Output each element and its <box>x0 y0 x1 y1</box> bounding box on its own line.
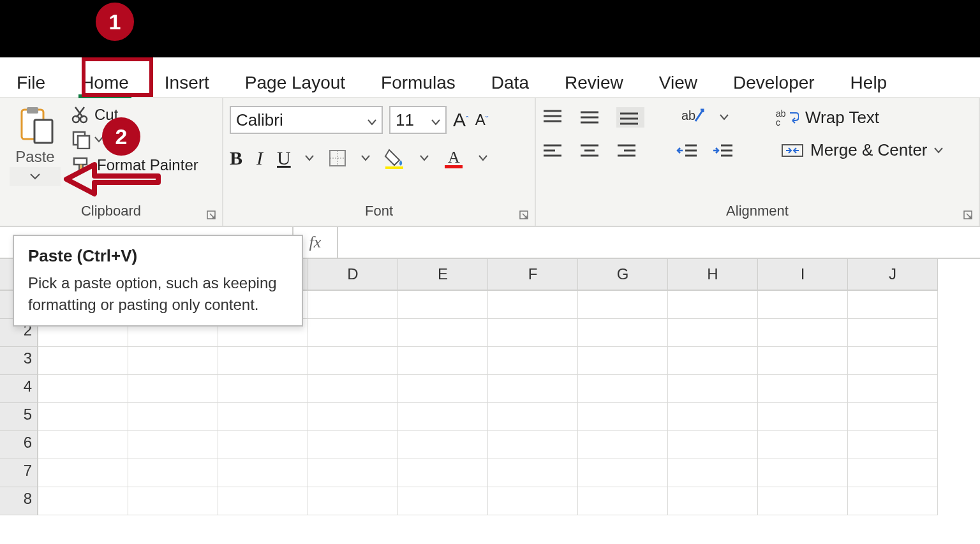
cell[interactable] <box>758 291 848 319</box>
cell[interactable] <box>668 431 758 459</box>
row-header[interactable]: 5 <box>0 403 38 431</box>
cell[interactable] <box>398 319 488 347</box>
cell[interactable] <box>218 487 308 515</box>
row-header[interactable]: 4 <box>0 375 38 403</box>
cell[interactable] <box>398 291 488 319</box>
cell[interactable] <box>488 403 578 431</box>
cell[interactable] <box>578 487 668 515</box>
cell[interactable] <box>398 459 488 487</box>
cell[interactable] <box>578 319 668 347</box>
cell[interactable] <box>128 431 218 459</box>
dialog-launcher-icon[interactable] <box>207 210 218 222</box>
cell[interactable] <box>128 459 218 487</box>
cell[interactable] <box>758 459 848 487</box>
tab-home[interactable]: Home <box>77 66 133 97</box>
font-size-combo[interactable]: 11 <box>389 106 447 134</box>
paste-dropdown[interactable] <box>10 167 61 186</box>
underline-button[interactable]: U <box>277 144 291 172</box>
column-header[interactable]: G <box>578 259 668 291</box>
dialog-launcher-icon[interactable] <box>519 210 531 222</box>
cell[interactable] <box>848 403 938 431</box>
tab-file[interactable]: File <box>13 66 49 97</box>
tab-review[interactable]: Review <box>561 66 627 97</box>
cell[interactable] <box>38 403 128 431</box>
cell[interactable] <box>758 431 848 459</box>
align-top-button[interactable] <box>542 108 565 126</box>
cell[interactable] <box>848 487 938 515</box>
chevron-down-icon[interactable] <box>420 155 429 161</box>
row-header[interactable]: 6 <box>0 431 38 459</box>
cell[interactable] <box>488 347 578 375</box>
cell[interactable] <box>218 347 308 375</box>
cell[interactable] <box>758 347 848 375</box>
orientation-button[interactable]: ab <box>681 106 706 129</box>
align-right-button[interactable] <box>616 142 639 159</box>
cell[interactable] <box>38 375 128 403</box>
cell[interactable] <box>488 487 578 515</box>
row-header[interactable]: 3 <box>0 347 38 375</box>
cell[interactable] <box>38 431 128 459</box>
cell[interactable] <box>488 319 578 347</box>
cell[interactable] <box>38 459 128 487</box>
column-header[interactable]: E <box>398 259 488 291</box>
column-header[interactable]: I <box>758 259 848 291</box>
cell[interactable] <box>128 403 218 431</box>
cell[interactable] <box>668 403 758 431</box>
cell[interactable] <box>38 347 128 375</box>
column-header[interactable]: H <box>668 259 758 291</box>
tab-insert[interactable]: Insert <box>161 66 213 97</box>
decrease-indent-button[interactable] <box>676 142 698 159</box>
cell[interactable] <box>758 319 848 347</box>
column-header[interactable]: D <box>308 259 398 291</box>
chevron-down-icon[interactable] <box>479 155 487 161</box>
cell[interactable] <box>848 459 938 487</box>
cell[interactable] <box>848 375 938 403</box>
cell[interactable] <box>308 319 398 347</box>
decrease-font-size-button[interactable]: Aˇ <box>475 106 489 134</box>
cell[interactable] <box>578 459 668 487</box>
cell[interactable] <box>668 487 758 515</box>
row-header[interactable]: 7 <box>0 459 38 487</box>
cell[interactable] <box>308 431 398 459</box>
cell[interactable] <box>758 487 848 515</box>
wrap-text-button[interactable]: ab c Wrap Text <box>776 108 879 128</box>
cell[interactable] <box>308 403 398 431</box>
align-bottom-button[interactable] <box>616 107 644 128</box>
cell[interactable] <box>128 487 218 515</box>
cell[interactable] <box>308 291 398 319</box>
cell[interactable] <box>308 487 398 515</box>
cell[interactable] <box>398 347 488 375</box>
cell[interactable] <box>578 403 668 431</box>
cell[interactable] <box>128 347 218 375</box>
cell[interactable] <box>758 403 848 431</box>
cell[interactable] <box>488 431 578 459</box>
cell[interactable] <box>218 431 308 459</box>
increase-indent-button[interactable] <box>712 142 734 159</box>
cell[interactable] <box>218 459 308 487</box>
paste-split-button[interactable]: Paste <box>6 106 64 186</box>
fill-color-button[interactable] <box>384 144 406 172</box>
tab-developer[interactable]: Developer <box>729 66 819 97</box>
tab-data[interactable]: Data <box>487 66 533 97</box>
cell[interactable] <box>848 319 938 347</box>
cell[interactable] <box>848 291 938 319</box>
align-center-button[interactable] <box>579 142 602 159</box>
align-middle-button[interactable] <box>579 108 602 126</box>
cell[interactable] <box>668 459 758 487</box>
cell[interactable] <box>308 375 398 403</box>
cut-button[interactable]: Cut <box>71 106 198 124</box>
formula-input[interactable] <box>338 227 980 258</box>
cell[interactable] <box>848 347 938 375</box>
cell[interactable] <box>488 291 578 319</box>
cell[interactable] <box>848 431 938 459</box>
column-header[interactable]: J <box>848 259 938 291</box>
cell[interactable] <box>308 459 398 487</box>
font-color-button[interactable]: A <box>443 144 464 172</box>
cell[interactable] <box>398 487 488 515</box>
cell[interactable] <box>308 347 398 375</box>
dialog-launcher-icon[interactable] <box>963 210 975 222</box>
cell[interactable] <box>668 319 758 347</box>
chevron-down-icon[interactable] <box>720 114 729 121</box>
font-name-combo[interactable]: Calibri <box>230 106 383 134</box>
cell[interactable] <box>38 487 128 515</box>
